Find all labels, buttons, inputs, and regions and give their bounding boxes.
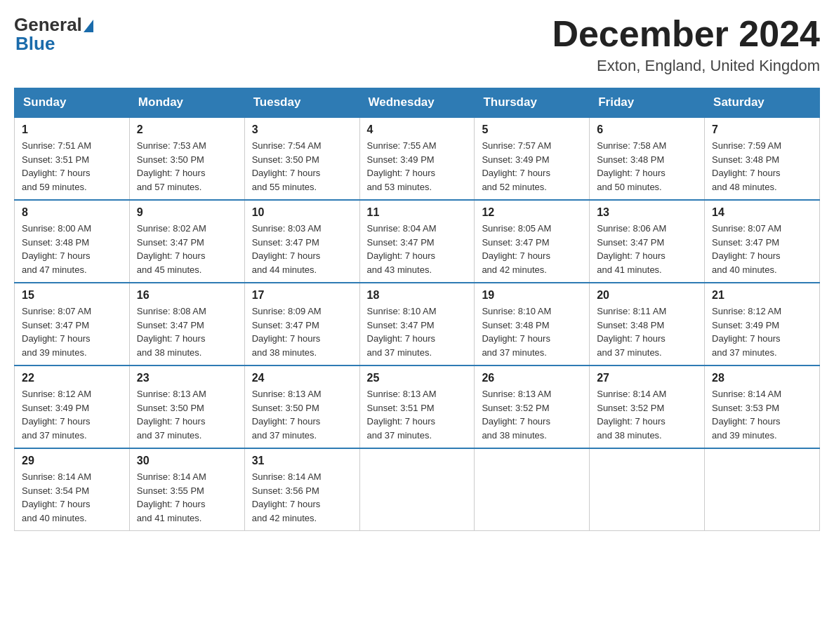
calendar-cell: 8Sunrise: 8:00 AM Sunset: 3:48 PM Daylig… [15, 200, 130, 283]
day-info: Sunrise: 8:09 AM Sunset: 3:47 PM Dayligh… [252, 304, 352, 359]
day-info: Sunrise: 8:14 AM Sunset: 3:52 PM Dayligh… [597, 387, 697, 442]
day-info: Sunrise: 8:04 AM Sunset: 3:47 PM Dayligh… [367, 222, 468, 276]
column-header-friday: Friday [590, 88, 705, 118]
calendar-cell: 14Sunrise: 8:07 AM Sunset: 3:47 PM Dayli… [705, 200, 820, 283]
day-info: Sunrise: 7:51 AM Sunset: 3:51 PM Dayligh… [22, 139, 122, 194]
day-info: Sunrise: 7:59 AM Sunset: 3:48 PM Dayligh… [712, 139, 812, 194]
calendar-cell: 10Sunrise: 8:03 AM Sunset: 3:47 PM Dayli… [244, 200, 359, 283]
day-info: Sunrise: 7:53 AM Sunset: 3:50 PM Dayligh… [137, 139, 237, 194]
column-header-wednesday: Wednesday [359, 88, 475, 118]
calendar-cell [475, 448, 590, 531]
calendar-cell: 9Sunrise: 8:02 AM Sunset: 3:47 PM Daylig… [129, 200, 244, 283]
calendar-cell: 11Sunrise: 8:04 AM Sunset: 3:47 PM Dayli… [359, 200, 475, 283]
day-number: 14 [712, 206, 812, 219]
day-info: Sunrise: 8:14 AM Sunset: 3:55 PM Dayligh… [137, 470, 237, 525]
day-number: 25 [367, 372, 468, 384]
calendar-cell: 17Sunrise: 8:09 AM Sunset: 3:47 PM Dayli… [244, 283, 359, 365]
day-info: Sunrise: 8:05 AM Sunset: 3:47 PM Dayligh… [482, 222, 582, 276]
calendar-cell: 3Sunrise: 7:54 AM Sunset: 3:50 PM Daylig… [244, 117, 359, 200]
calendar-cell: 22Sunrise: 8:12 AM Sunset: 3:49 PM Dayli… [15, 365, 130, 448]
day-info: Sunrise: 8:07 AM Sunset: 3:47 PM Dayligh… [22, 304, 122, 359]
day-info: Sunrise: 8:10 AM Sunset: 3:48 PM Dayligh… [482, 304, 582, 359]
day-number: 26 [482, 372, 582, 384]
day-number: 13 [597, 206, 697, 219]
calendar-cell: 12Sunrise: 8:05 AM Sunset: 3:47 PM Dayli… [475, 200, 590, 283]
day-info: Sunrise: 8:07 AM Sunset: 3:47 PM Dayligh… [712, 222, 812, 276]
calendar-cell: 25Sunrise: 8:13 AM Sunset: 3:51 PM Dayli… [359, 365, 475, 448]
calendar-cell: 28Sunrise: 8:14 AM Sunset: 3:53 PM Dayli… [705, 365, 820, 448]
day-number: 7 [712, 123, 812, 136]
week-row-1: 1Sunrise: 7:51 AM Sunset: 3:51 PM Daylig… [15, 117, 820, 200]
day-number: 18 [367, 289, 468, 302]
day-number: 23 [137, 372, 237, 384]
day-info: Sunrise: 8:12 AM Sunset: 3:49 PM Dayligh… [22, 387, 122, 442]
calendar-cell: 1Sunrise: 7:51 AM Sunset: 3:51 PM Daylig… [15, 117, 130, 200]
day-number: 8 [22, 206, 122, 219]
day-info: Sunrise: 8:02 AM Sunset: 3:47 PM Dayligh… [137, 222, 237, 276]
day-info: Sunrise: 7:55 AM Sunset: 3:49 PM Dayligh… [367, 139, 468, 194]
column-header-monday: Monday [129, 88, 244, 118]
calendar-cell: 21Sunrise: 8:12 AM Sunset: 3:49 PM Dayli… [705, 283, 820, 365]
week-row-5: 29Sunrise: 8:14 AM Sunset: 3:54 PM Dayli… [15, 448, 820, 531]
day-number: 5 [482, 123, 582, 136]
day-number: 24 [252, 372, 352, 384]
calendar-body: 1Sunrise: 7:51 AM Sunset: 3:51 PM Daylig… [15, 117, 820, 531]
day-number: 28 [712, 372, 812, 384]
day-number: 29 [22, 455, 122, 467]
day-number: 10 [252, 206, 352, 219]
day-number: 11 [367, 206, 468, 219]
day-number: 6 [597, 123, 697, 136]
calendar-cell: 18Sunrise: 8:10 AM Sunset: 3:47 PM Dayli… [359, 283, 475, 365]
day-info: Sunrise: 7:58 AM Sunset: 3:48 PM Dayligh… [597, 139, 697, 194]
calendar-cell: 27Sunrise: 8:14 AM Sunset: 3:52 PM Dayli… [590, 365, 705, 448]
page-header: General Blue December 2024 Exton, Englan… [14, 14, 820, 75]
day-info: Sunrise: 7:57 AM Sunset: 3:49 PM Dayligh… [482, 139, 582, 194]
logo-icon [84, 20, 93, 32]
logo-blue: Blue [15, 33, 55, 55]
column-header-thursday: Thursday [475, 88, 590, 118]
day-number: 30 [137, 455, 237, 467]
calendar-cell: 26Sunrise: 8:13 AM Sunset: 3:52 PM Dayli… [475, 365, 590, 448]
logo: General Blue [14, 14, 93, 55]
column-header-sunday: Sunday [15, 88, 130, 118]
calendar-cell: 23Sunrise: 8:13 AM Sunset: 3:50 PM Dayli… [129, 365, 244, 448]
calendar-table: SundayMondayTuesdayWednesdayThursdayFrid… [14, 88, 820, 531]
day-number: 4 [367, 123, 468, 136]
column-header-saturday: Saturday [705, 88, 820, 118]
day-number: 19 [482, 289, 582, 302]
calendar-cell: 19Sunrise: 8:10 AM Sunset: 3:48 PM Dayli… [475, 283, 590, 365]
day-number: 22 [22, 372, 122, 384]
calendar-cell: 29Sunrise: 8:14 AM Sunset: 3:54 PM Dayli… [15, 448, 130, 531]
day-number: 12 [482, 206, 582, 219]
day-info: Sunrise: 7:54 AM Sunset: 3:50 PM Dayligh… [252, 139, 352, 194]
day-info: Sunrise: 8:06 AM Sunset: 3:47 PM Dayligh… [597, 222, 697, 276]
calendar-cell [590, 448, 705, 531]
day-info: Sunrise: 8:11 AM Sunset: 3:48 PM Dayligh… [597, 304, 697, 359]
day-info: Sunrise: 8:03 AM Sunset: 3:47 PM Dayligh… [252, 222, 352, 276]
day-number: 21 [712, 289, 812, 302]
day-number: 16 [137, 289, 237, 302]
week-row-4: 22Sunrise: 8:12 AM Sunset: 3:49 PM Dayli… [15, 365, 820, 448]
calendar-cell: 16Sunrise: 8:08 AM Sunset: 3:47 PM Dayli… [129, 283, 244, 365]
month-title: December 2024 [552, 14, 820, 54]
day-info: Sunrise: 8:13 AM Sunset: 3:50 PM Dayligh… [252, 387, 352, 442]
week-row-2: 8Sunrise: 8:00 AM Sunset: 3:48 PM Daylig… [15, 200, 820, 283]
day-number: 3 [252, 123, 352, 136]
calendar-cell: 5Sunrise: 7:57 AM Sunset: 3:49 PM Daylig… [475, 117, 590, 200]
calendar-cell: 13Sunrise: 8:06 AM Sunset: 3:47 PM Dayli… [590, 200, 705, 283]
day-info: Sunrise: 8:00 AM Sunset: 3:48 PM Dayligh… [22, 222, 122, 276]
day-number: 15 [22, 289, 122, 302]
calendar-cell: 30Sunrise: 8:14 AM Sunset: 3:55 PM Dayli… [129, 448, 244, 531]
location: Exton, England, United Kingdom [552, 57, 820, 75]
calendar-cell: 4Sunrise: 7:55 AM Sunset: 3:49 PM Daylig… [359, 117, 475, 200]
day-info: Sunrise: 8:13 AM Sunset: 3:51 PM Dayligh… [367, 387, 468, 442]
day-number: 20 [597, 289, 697, 302]
calendar-cell: 6Sunrise: 7:58 AM Sunset: 3:48 PM Daylig… [590, 117, 705, 200]
calendar-cell: 20Sunrise: 8:11 AM Sunset: 3:48 PM Dayli… [590, 283, 705, 365]
day-number: 31 [252, 455, 352, 467]
day-info: Sunrise: 8:13 AM Sunset: 3:52 PM Dayligh… [482, 387, 582, 442]
calendar-cell: 31Sunrise: 8:14 AM Sunset: 3:56 PM Dayli… [244, 448, 359, 531]
calendar-cell [359, 448, 475, 531]
calendar-cell: 24Sunrise: 8:13 AM Sunset: 3:50 PM Dayli… [244, 365, 359, 448]
day-info: Sunrise: 8:10 AM Sunset: 3:47 PM Dayligh… [367, 304, 468, 359]
